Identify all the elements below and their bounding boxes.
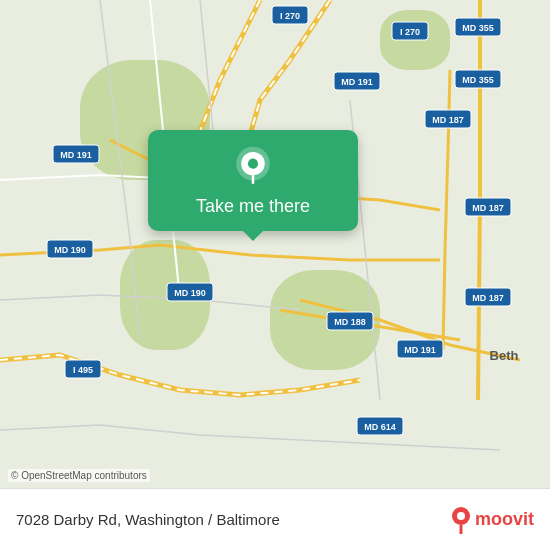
map-background xyxy=(0,0,550,550)
park-area-4 xyxy=(380,10,450,70)
moovit-logo: moovit xyxy=(449,506,534,534)
location-pin-icon xyxy=(232,146,274,188)
park-area-2 xyxy=(120,240,210,350)
popup-card[interactable]: Take me there xyxy=(148,130,358,231)
moovit-logo-text: moovit xyxy=(475,509,534,530)
take-me-there-button[interactable]: Take me there xyxy=(196,196,310,217)
moovit-logo-icon xyxy=(449,506,473,534)
park-area-3 xyxy=(270,270,380,370)
address-label: 7028 Darby Rd, Washington / Baltimore xyxy=(16,511,280,528)
svg-point-35 xyxy=(248,159,258,169)
bottom-bar: 7028 Darby Rd, Washington / Baltimore mo… xyxy=(0,488,550,550)
map-container: I 270 I 270 MD 355 MD 355 MD 191 MD 191 … xyxy=(0,0,550,550)
svg-point-37 xyxy=(457,512,465,520)
map-attribution: © OpenStreetMap contributors xyxy=(8,469,150,482)
